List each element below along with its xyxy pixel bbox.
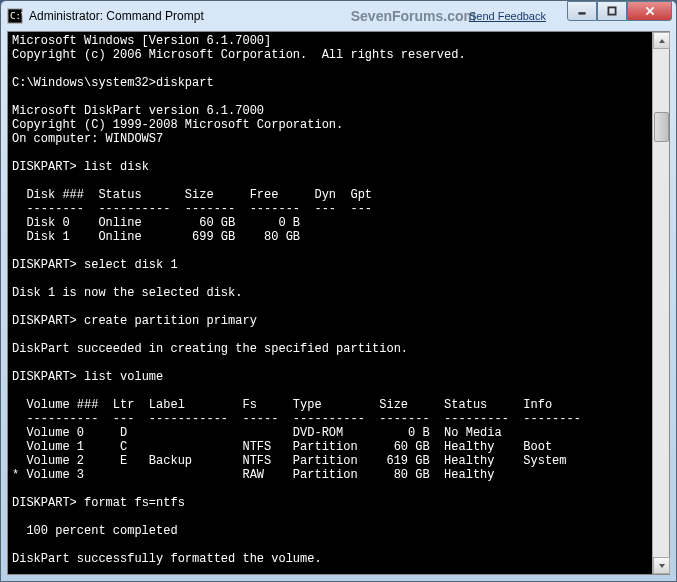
window-buttons [567, 1, 672, 21]
titlebar[interactable]: C:\ Administrator: Command Prompt SevenF… [1, 1, 676, 31]
table-row: Disk 0 Online 60 GB 0 B [12, 216, 300, 230]
window-title: Administrator: Command Prompt [29, 9, 204, 23]
command-prompt-window: C:\ Administrator: Command Prompt SevenF… [0, 0, 677, 582]
prompt-sys32: C:\Windows\system32> [12, 76, 156, 90]
cmd-selectdisk: select disk 1 [84, 258, 178, 272]
cmd-createpart: create partition primary [84, 314, 257, 328]
cmd-format: format fs=ntfs [84, 496, 185, 510]
svg-marker-7 [659, 564, 665, 568]
scrollbar-thumb[interactable] [654, 112, 669, 142]
cmd-listvol: list volume [84, 370, 163, 384]
diskpart-copyright: Copyright (C) 1999-2008 Microsoft Corpor… [12, 118, 343, 132]
disk-table-header: Disk ### Status Size Free Dyn Gpt [12, 188, 372, 202]
send-feedback-link[interactable]: Send Feedback [469, 10, 546, 22]
vol-table-header: Volume ### Ltr Label Fs Type Size Status… [12, 398, 552, 412]
table-row: Volume 1 C NTFS Partition 60 GB Healthy … [12, 440, 552, 454]
table-row: Volume 0 D DVD-ROM 0 B No Media [12, 426, 502, 440]
prompt-diskpart: DISKPART> [12, 496, 77, 510]
prompt-diskpart: DISKPART> [12, 370, 77, 384]
svg-text:C:\: C:\ [10, 11, 23, 21]
vertical-scrollbar[interactable] [652, 32, 669, 574]
table-row: * Volume 3 RAW Partition 80 GB Healthy [12, 468, 494, 482]
disk-table-sep: -------- ---------- ------- ------- --- … [12, 202, 372, 216]
watermark-text: SevenForums.com [351, 8, 476, 24]
cmd-icon: C:\ [7, 8, 23, 24]
cmd-listdisk: list disk [84, 160, 149, 174]
cmd-diskpart: diskpart [156, 76, 214, 90]
minimize-button[interactable] [567, 1, 597, 21]
msg-created: DiskPart succeeded in creating the speci… [12, 342, 408, 356]
winver-line: Microsoft Windows [Version 6.1.7000] [12, 34, 271, 48]
prompt-diskpart: DISKPART> [12, 258, 77, 272]
close-button[interactable] [627, 1, 672, 21]
msg-formatted: DiskPart successfully formatted the volu… [12, 552, 322, 566]
vol-table-sep: ---------- --- ----------- ----- -------… [12, 412, 581, 426]
prompt-diskpart: DISKPART> [12, 314, 77, 328]
diskpart-computer: On computer: WINDOWS7 [12, 132, 163, 146]
msg-progress: 100 percent completed [12, 524, 178, 538]
console-area: Microsoft Windows [Version 6.1.7000] Cop… [7, 31, 670, 575]
scroll-down-button[interactable] [653, 557, 670, 574]
msg-selected: Disk 1 is now the selected disk. [12, 286, 242, 300]
svg-rect-3 [608, 7, 615, 14]
copyright-line: Copyright (c) 2006 Microsoft Corporation… [12, 48, 466, 62]
table-row: Volume 2 E Backup NTFS Partition 619 GB … [12, 454, 567, 468]
console-output[interactable]: Microsoft Windows [Version 6.1.7000] Cop… [8, 32, 652, 574]
table-row: Disk 1 Online 699 GB 80 GB [12, 230, 300, 244]
scroll-up-button[interactable] [653, 32, 670, 49]
maximize-button[interactable] [597, 1, 627, 21]
diskpart-version: Microsoft DiskPart version 6.1.7000 [12, 104, 264, 118]
prompt-diskpart: DISKPART> [12, 160, 77, 174]
svg-marker-6 [659, 39, 665, 43]
